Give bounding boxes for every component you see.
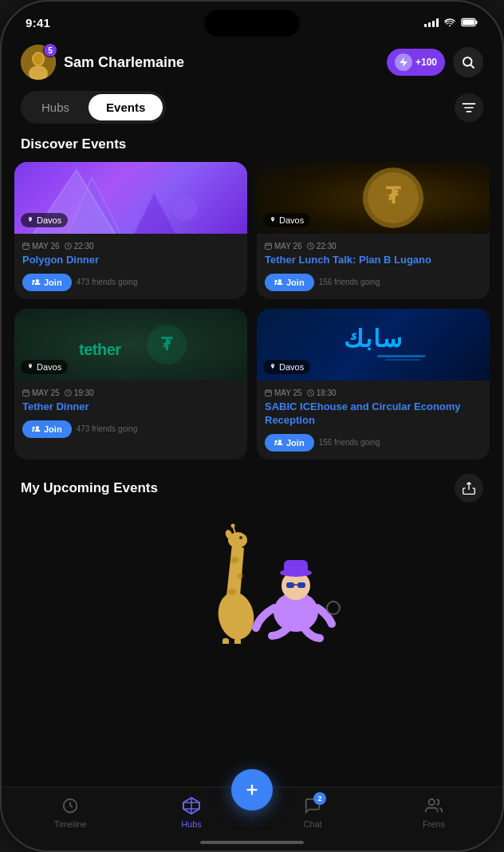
svg-point-6 bbox=[33, 53, 43, 65]
tab-events[interactable]: Events bbox=[89, 94, 163, 120]
svg-line-55 bbox=[310, 392, 312, 393]
calendar-icon-3 bbox=[22, 389, 30, 396]
svg-rect-48 bbox=[385, 359, 421, 361]
event-location-sabic: Davos bbox=[263, 360, 310, 374]
event-location-tether-lunch: Davos bbox=[263, 213, 310, 227]
location-icon bbox=[270, 217, 276, 223]
nav-item-hubs[interactable]: Hubs bbox=[167, 795, 215, 829]
svg-rect-39 bbox=[23, 390, 30, 396]
calendar-icon bbox=[22, 243, 30, 250]
battery-icon bbox=[461, 18, 478, 27]
search-button[interactable] bbox=[453, 47, 483, 77]
friends-count-tether-dinner: 473 friends going bbox=[77, 424, 138, 433]
svg-text:₮: ₮ bbox=[161, 334, 173, 354]
tab-hubs[interactable]: Hubs bbox=[24, 94, 87, 120]
event-footer-polygon: Join 473 friends going bbox=[22, 274, 239, 291]
svg-rect-47 bbox=[377, 355, 425, 357]
empty-state-illustration bbox=[140, 520, 364, 644]
join-button-polygon[interactable]: Join bbox=[22, 274, 72, 291]
event-meta-polygon: MAY 26 22:30 bbox=[22, 242, 239, 250]
clock-icon-4 bbox=[307, 389, 314, 396]
clock-icon bbox=[65, 243, 72, 250]
search-icon bbox=[461, 55, 475, 69]
nav-item-chat[interactable]: 2 Chat bbox=[289, 795, 337, 829]
event-body-tether-dinner: MAY 25 19:30 Tether Dinner bbox=[14, 381, 247, 446]
location-tag-text-3: Davos bbox=[37, 362, 61, 372]
fab-button[interactable] bbox=[231, 769, 273, 811]
phone-shell: 9:41 bbox=[0, 0, 504, 852]
event-body-tether-lunch: MAY 26 22:30 Tether Lunch Talk: Plan B L… bbox=[257, 234, 490, 299]
svg-rect-63 bbox=[222, 638, 229, 644]
nav-item-timeline[interactable]: Timeline bbox=[46, 795, 94, 829]
svg-text:tether: tether bbox=[79, 341, 121, 358]
location-tag-text-4: Davos bbox=[279, 362, 304, 372]
event-title-polygon: Polygon Dinner bbox=[22, 254, 239, 267]
event-title-sabic: SABIC ICEhouse and Circular Economy Rece… bbox=[265, 400, 482, 428]
people-icon bbox=[32, 278, 41, 286]
header-right: +100 bbox=[387, 47, 483, 77]
event-meta-tether-dinner: MAY 25 19:30 bbox=[22, 389, 239, 397]
svg-point-7 bbox=[463, 57, 472, 66]
events-grid: Davos MAY 26 bbox=[2, 162, 502, 460]
event-image-polygon: Davos bbox=[14, 162, 247, 234]
event-card-tether-lunch[interactable]: ₮ Davos bbox=[257, 162, 490, 299]
timeline-nav-label: Timeline bbox=[53, 819, 86, 829]
signal-icon bbox=[424, 18, 439, 27]
xp-badge[interactable]: +100 bbox=[387, 49, 445, 76]
status-time: 9:41 bbox=[26, 16, 50, 30]
frens-nav-label: Frens bbox=[423, 819, 445, 829]
header: 5 Sam Charlemaine +100 bbox=[2, 37, 502, 86]
people-icon-3 bbox=[32, 425, 41, 432]
svg-text:سابك: سابك bbox=[344, 325, 404, 352]
calendar-icon-4 bbox=[265, 389, 272, 396]
event-card-tether-dinner[interactable]: tether ₮ Davos bbox=[14, 309, 247, 460]
nav-item-frens[interactable]: Frens bbox=[410, 795, 458, 829]
join-button-sabic[interactable]: Join bbox=[265, 434, 314, 452]
event-meta-tether-lunch: MAY 26 22:30 bbox=[265, 242, 482, 250]
svg-rect-28 bbox=[266, 243, 272, 249]
wifi-icon bbox=[443, 18, 456, 27]
friends-count-tether-lunch: 156 friends going bbox=[319, 278, 380, 286]
svg-line-45 bbox=[68, 392, 69, 393]
join-button-tether-dinner[interactable]: Join bbox=[22, 420, 72, 438]
svg-point-61 bbox=[237, 574, 243, 578]
svg-rect-49 bbox=[266, 390, 272, 396]
svg-rect-71 bbox=[286, 582, 294, 588]
event-card-polygon-dinner[interactable]: Davos MAY 26 bbox=[14, 162, 247, 299]
status-icons bbox=[424, 18, 478, 27]
svg-rect-2 bbox=[463, 19, 474, 25]
event-title-tether-lunch: Tether Lunch Talk: Plan B Lugano bbox=[265, 254, 482, 267]
svg-marker-58 bbox=[226, 544, 244, 596]
location-icon-3 bbox=[27, 364, 33, 370]
location-tag-text-2: Davos bbox=[279, 215, 304, 225]
share-icon bbox=[463, 482, 475, 495]
avatar-container[interactable]: 5 bbox=[21, 45, 56, 80]
svg-point-68 bbox=[231, 523, 235, 527]
svg-point-76 bbox=[327, 602, 340, 614]
chat-badge: 2 bbox=[313, 792, 326, 805]
filter-button[interactable] bbox=[455, 93, 483, 122]
svg-line-24 bbox=[68, 247, 69, 247]
xp-text: +100 bbox=[415, 57, 437, 68]
join-button-tether-lunch[interactable]: Join bbox=[265, 274, 314, 291]
upcoming-header: My Upcoming Events bbox=[2, 460, 502, 512]
event-location-tether-dinner: Davos bbox=[21, 360, 68, 374]
event-footer-tether-lunch: Join 156 friends going bbox=[265, 274, 482, 291]
svg-point-62 bbox=[228, 589, 236, 595]
tabs-row: Hubs Events bbox=[2, 86, 502, 132]
event-card-sabic[interactable]: سابك Davos bbox=[257, 309, 490, 460]
friends-count-polygon: 473 friends going bbox=[77, 278, 138, 286]
svg-point-15 bbox=[173, 196, 198, 221]
svg-rect-64 bbox=[234, 638, 241, 644]
upcoming-section-title: My Upcoming Events bbox=[21, 480, 158, 496]
svg-line-81 bbox=[70, 806, 73, 807]
lightning-icon bbox=[398, 57, 409, 68]
dynamic-island bbox=[204, 10, 300, 37]
event-image-tether-lunch: ₮ Davos bbox=[257, 162, 490, 234]
svg-rect-1 bbox=[475, 21, 477, 25]
discover-section-title: Discover Events bbox=[2, 132, 502, 162]
event-title-tether-dinner: Tether Dinner bbox=[22, 400, 239, 414]
share-button[interactable] bbox=[455, 474, 483, 503]
svg-point-66 bbox=[239, 536, 242, 539]
chat-nav-label: Chat bbox=[303, 819, 321, 829]
